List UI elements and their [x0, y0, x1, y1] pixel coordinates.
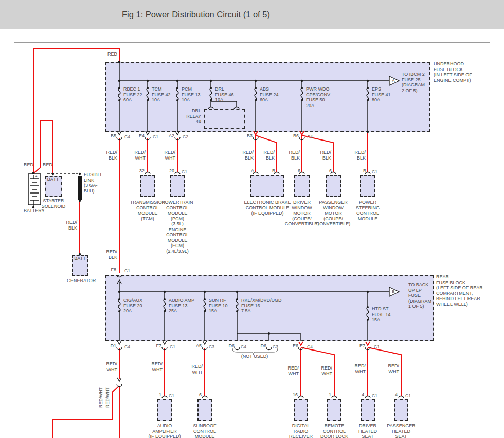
- fuse-label-pcm: PCM FUSE 13 10A: [182, 86, 201, 103]
- exit-pin-d6a: D6: [228, 343, 235, 349]
- fuse-label-tcm: TCM FUSE 42 10A: [152, 86, 171, 103]
- pin-audio-amp: 1: [159, 392, 161, 398]
- wire-label-redblk-b6a: RED/ BLK: [289, 150, 300, 161]
- power-steering-module-box: [360, 175, 375, 197]
- conn-pscm: C1: [372, 169, 377, 174]
- pin-ebcm-b: B: [272, 168, 275, 174]
- fuse-label-rbec1: RBEC 1 FUSE 22 60A: [123, 86, 142, 103]
- wire-label-redblk-b6b: RED/ BLK: [320, 150, 331, 161]
- passenger-seat-label: PASSENGER HEATED SEAT: [375, 423, 427, 438]
- pin-driver-seat: 4: [362, 392, 364, 398]
- conn-driver-seat: C1: [372, 393, 377, 398]
- exit-pin-e6: E6: [293, 343, 298, 349]
- wire-label-redwht-e7b: RED/ WHT: [388, 363, 399, 374]
- door-lock-box: [327, 399, 341, 421]
- wire-label-redwht-e6a: RED/ WHT: [287, 365, 299, 376]
- fusible-link-label: FUSIBLE LINK (3 GA- BLU): [84, 172, 103, 194]
- wire-label-red-top: RED: [107, 51, 117, 57]
- offpage-arrow-b-label: TO BACK- UP LP FUSE (DIAGRAM 1 OF 5): [408, 282, 431, 309]
- pscm-module-label: POWER STEERING CONTROL MODULE: [342, 200, 393, 221]
- exit-pin-b5: B5: [111, 133, 116, 139]
- fuse-label-pwrwdo: PWR WDO CPE/CONV FUSE 50 20A: [306, 86, 330, 108]
- exit-pin-e7: E7: [359, 343, 365, 349]
- exit-conn-b6: C4: [307, 134, 313, 139]
- passenger-window-motor-box: [326, 175, 341, 197]
- exit-conn-a5: C3: [209, 344, 214, 349]
- drl-relay-label: DRL RELAY 48: [186, 108, 201, 125]
- offpage-arrow-b-letter: B: [389, 290, 398, 294]
- pin-tcm: 32: [139, 168, 145, 174]
- wire-label-redwht-a2: RED/ WHT: [164, 150, 175, 161]
- pcm-module-label: POWERTRAIN CONTROL MODULE (PCM) (3.5L) E…: [147, 200, 208, 254]
- generator-batt-terminal: BATT: [72, 256, 88, 261]
- exit-pin-b6: B6: [293, 133, 299, 139]
- exit-conn-e6: C4: [307, 344, 313, 349]
- pin-driver-window: 6: [298, 168, 300, 174]
- wire-label-redwht-vertical-1: RED/WHT: [99, 387, 103, 408]
- wire-label-redblk-generator: RED/ BLK: [66, 220, 77, 231]
- fuse-label-sunrf: SUN RF FUSE 10 15A: [209, 297, 228, 314]
- conn-pcm: C1: [182, 169, 187, 174]
- offpage-arrow-a-label: TO IBCM 2 FUSE 25 (DIAGRAM 2 OF 5): [402, 72, 425, 93]
- exit-pin-f7: F7: [156, 343, 161, 349]
- fuse-label-drl: DRL FUSE 46 10A: [215, 86, 234, 103]
- wire-label-red-solenoid: RED: [43, 162, 52, 168]
- fuse-label-abs: ABS FUSE 24 60A: [260, 86, 279, 103]
- drl-relay-box: [204, 109, 245, 129]
- wire-label-redwht-a5: RED/ WHT: [191, 364, 203, 375]
- wire-label-redwht-e7a: RED/ WHT: [354, 363, 366, 374]
- underhood-block-name: UNDERHOOD FUSE BLOCK (IN LEFT SIDE OF EN…: [434, 61, 472, 83]
- exit-conn-e4: C1: [153, 134, 158, 139]
- not-used-label: (NOT USED): [233, 354, 276, 359]
- exit-conn-f7: C1: [170, 344, 175, 349]
- tcm-module-box: [140, 175, 155, 197]
- fuse-label-eps: EPS FUSE 41 80A: [372, 86, 391, 103]
- wiring-diagram: Fig 1: Power Distribution Circuit (1 of …: [0, 0, 504, 438]
- ebcm-module-box: [250, 175, 284, 197]
- wire-label-redwht-f7: RED/ WHT: [151, 361, 163, 372]
- exit-conn-b5: C4: [124, 134, 130, 139]
- solenoid-batt-terminal: BATT: [45, 177, 61, 182]
- exit-conn-e7: C1: [374, 344, 380, 349]
- exit-pin-d6b: D6: [260, 343, 266, 349]
- wire-label-redblk-b5-upper: RED/ BLK: [106, 150, 117, 161]
- entry-pin-f8: F8: [111, 267, 116, 273]
- conn-passenger-seat: C1: [405, 393, 411, 398]
- wire-label-redwht-vertical-2: RED/WHT: [105, 387, 110, 408]
- pin-door-lock: 1: [329, 392, 331, 398]
- pin-pcm: 20: [169, 168, 174, 174]
- pin-digital-radio: 16: [293, 392, 298, 398]
- battery-plus-sign: +: [35, 174, 38, 179]
- page-title: Fig 1: Power Distribution Circuit (1 of …: [122, 10, 270, 20]
- exit-conn-d6b: C3: [273, 344, 278, 349]
- exit-pin-b3: B3: [247, 133, 253, 139]
- sunroof-module-box: [197, 399, 212, 421]
- exit-conn-a2: C2: [183, 134, 188, 139]
- rear-block-name: REAR FUSE BLOCK (LEFT SIDE OF REAR COMPA…: [436, 274, 483, 307]
- offpage-arrow-a-letter: A: [389, 79, 398, 83]
- wire-label-red-battery: RED: [24, 162, 33, 168]
- fuse-label-cigaux: CIG/AUX FUSE 20 20A: [123, 297, 142, 314]
- fuse-label-htdst: HTD ST FUSE 14 15A: [372, 306, 391, 323]
- pin-passenger-window: 6: [329, 168, 332, 174]
- wire-label-redblk-eps: RED/ BLK: [354, 150, 366, 161]
- exit-pin-d1: D1: [110, 343, 116, 349]
- exit-pin-a2: A2: [169, 133, 174, 139]
- driver-window-motor-box: [294, 175, 310, 197]
- pcm-module-box: [170, 175, 185, 197]
- fuse-label-rke: RKE/XM/DVD/UGD FUSE 16 7.5A: [241, 297, 282, 314]
- pin-sunroof: 6: [199, 392, 202, 398]
- fuse-label-audioamp: AUDIO AMP FUSE 13 25A: [169, 297, 194, 314]
- pin-pscm: B: [363, 168, 366, 174]
- entry-conn-f8: C1: [124, 268, 130, 273]
- starter-solenoid-label: STARTER SOLENOID: [30, 198, 77, 209]
- exit-conn-d1: C4: [124, 344, 130, 349]
- pin-passenger-seat: 4: [395, 392, 398, 398]
- pin-ebcm-a: A: [251, 168, 254, 174]
- wire-label-redwht-e6b: RED/ WHT: [321, 365, 332, 376]
- digital-radio-box: [294, 399, 308, 421]
- sunroof-label: SUNROOF CONTROL MODULE: [179, 423, 230, 438]
- driver-heated-seat-box: [361, 399, 375, 421]
- wire-label-redblk-b3a: RED/ BLK: [242, 150, 254, 161]
- wire-label-redblk-b3b: RED/ BLK: [263, 150, 275, 161]
